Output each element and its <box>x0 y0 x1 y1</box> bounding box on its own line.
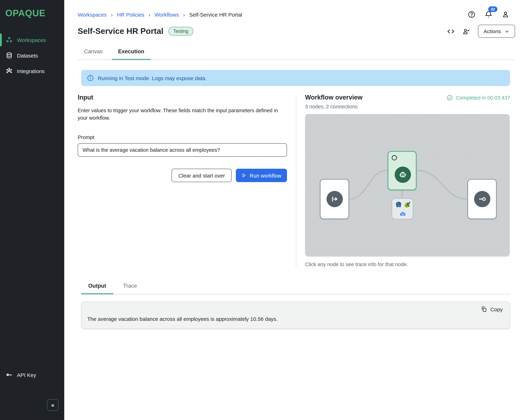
user-check-icon <box>462 27 470 35</box>
output-section: Output Trace Copy The average vacation b… <box>78 281 510 329</box>
node-output-icon <box>477 195 487 204</box>
openai-icon <box>391 155 398 161</box>
sidebar-item-workspaces[interactable]: Workspaces <box>0 32 64 48</box>
actions-label: Actions <box>484 28 501 34</box>
content: Running in Test mode. Logs may expose da… <box>64 60 520 420</box>
workflow-subtitle: 3 nodes, 2 connections <box>305 104 510 109</box>
columns: Input Enter values to trigger your workf… <box>78 94 510 267</box>
workflow-canvas[interactable] <box>305 114 510 257</box>
robot-icon <box>398 170 407 179</box>
brand-logo: OPAQUE <box>0 0 64 19</box>
breadcrumb-workspaces[interactable]: Workspaces <box>78 11 107 17</box>
copy-row: Copy <box>87 306 503 312</box>
breadcrumb-current: Self-Service HR Portal <box>189 11 242 17</box>
postgresql-icon <box>395 201 402 208</box>
input-node-circle <box>326 191 343 207</box>
breadcrumb-workflows[interactable]: Workflows <box>155 11 179 17</box>
status-badge: Testing <box>168 27 193 36</box>
prompt-input[interactable] <box>78 143 287 157</box>
code-icon <box>447 27 455 35</box>
breadcrumb-separator: › <box>183 11 185 17</box>
breadcrumb-separator: › <box>149 11 151 17</box>
output-tabs: Output Trace <box>81 281 510 294</box>
sidebar-item-integrations[interactable]: Integrations <box>0 63 64 79</box>
sidebar-collapse-button[interactable]: « <box>47 399 59 411</box>
workflow-heading: Workflow overview <box>305 94 362 101</box>
workflow-status-text: Completed in 00:03:437 <box>456 95 510 100</box>
account-button[interactable] <box>502 11 509 18</box>
prompt-label: Prompt <box>78 135 287 140</box>
test-mode-banner: Running in Test mode. Logs may expose da… <box>81 70 510 86</box>
workflow-hint: Click any node to see trace info for tha… <box>305 262 510 267</box>
help-icon <box>468 11 475 18</box>
cloud-search-icon <box>399 210 406 218</box>
topbar-icons: 32 <box>468 11 514 18</box>
input-heading: Input <box>78 94 287 101</box>
page-tabs: Canvas Execution <box>78 45 514 60</box>
play-icon <box>241 173 246 178</box>
api-key-label: API Key <box>17 372 36 378</box>
breadcrumb-separator: › <box>111 11 113 17</box>
sidebar-nav: Workspaces Datasets Integrations <box>0 32 64 79</box>
tab-execution[interactable]: Execution <box>112 45 151 60</box>
workspaces-icon <box>6 36 13 43</box>
output-text: The average vacation balance across all … <box>87 316 503 322</box>
run-workflow-label: Run workflow <box>249 172 281 178</box>
datasets-icon <box>6 52 13 59</box>
input-buttons: Clear and start over Run workflow <box>78 169 287 182</box>
active-indicator <box>0 34 2 46</box>
copy-icon <box>481 306 487 312</box>
output-node[interactable] <box>467 179 497 219</box>
integrations-icon <box>6 68 13 75</box>
tab-output[interactable]: Output <box>81 281 113 294</box>
notifications-button[interactable]: 32 <box>485 11 492 18</box>
sidebar-item-datasets[interactable]: Datasets <box>0 48 64 63</box>
share-access-button[interactable] <box>462 27 470 35</box>
tab-canvas[interactable]: Canvas <box>78 45 109 60</box>
node-input-icon <box>330 195 339 204</box>
check-circle-icon <box>447 94 453 101</box>
title-row: Self-Service HR Portal Testing Actions <box>64 18 520 38</box>
code-view-button[interactable] <box>447 27 455 35</box>
stage: OPAQUE Workspaces Datasets Integrations … <box>0 0 520 420</box>
topbar: Workspaces › HR Policies › Workflows › S… <box>64 0 520 18</box>
run-workflow-button[interactable]: Run workflow <box>236 169 287 182</box>
banner-text: Running in Test mode. Logs may expose da… <box>98 75 207 81</box>
agent-node[interactable] <box>388 151 417 190</box>
workflow-panel: Workflow overview Completed in 00:03:437… <box>296 94 510 267</box>
sidebar: OPAQUE Workspaces Datasets Integrations … <box>0 0 64 420</box>
title-group: Self-Service HR Portal Testing <box>78 26 193 36</box>
output-node-circle <box>474 191 490 207</box>
input-panel: Input Enter values to trigger your workf… <box>78 94 296 267</box>
key-icon <box>6 371 13 378</box>
info-icon <box>87 75 94 82</box>
sidebar-item-label: Datasets <box>17 52 38 58</box>
agent-node-circle <box>395 167 411 183</box>
notification-badge: 32 <box>488 6 497 12</box>
chevron-down-icon <box>505 29 509 34</box>
plot-wheel-icon <box>404 201 411 208</box>
workflow-status: Completed in 00:03:437 <box>447 94 510 101</box>
sidebar-item-label: Workspaces <box>17 37 46 43</box>
copy-button[interactable]: Copy <box>481 306 503 312</box>
title-actions: Actions <box>447 25 515 38</box>
page-title: Self-Service HR Portal <box>78 26 163 36</box>
user-icon <box>502 11 509 18</box>
breadcrumb: Workspaces › HR Policies › Workflows › S… <box>78 11 242 17</box>
workflow-header: Workflow overview Completed in 00:03:437 <box>305 94 510 101</box>
help-button[interactable] <box>468 11 475 18</box>
copy-label: Copy <box>490 306 503 312</box>
breadcrumb-hr-policies[interactable]: HR Policies <box>117 11 144 17</box>
output-box: Copy The average vacation balance across… <box>81 301 510 329</box>
clear-button[interactable]: Clear and start over <box>172 169 231 182</box>
app-window: OPAQUE Workspaces Datasets Integrations … <box>0 0 520 420</box>
tools-node[interactable] <box>392 198 413 219</box>
sidebar-item-label: Integrations <box>17 68 45 74</box>
sidebar-item-api-key[interactable]: API Key <box>0 371 64 378</box>
input-node[interactable] <box>320 179 349 219</box>
collapse-glyph: « <box>51 402 54 408</box>
tab-trace[interactable]: Trace <box>116 281 144 294</box>
input-description: Enter values to trigger your workflow. T… <box>78 107 284 122</box>
main-area: Workspaces › HR Policies › Workflows › S… <box>64 0 520 420</box>
actions-button[interactable]: Actions <box>478 25 515 38</box>
